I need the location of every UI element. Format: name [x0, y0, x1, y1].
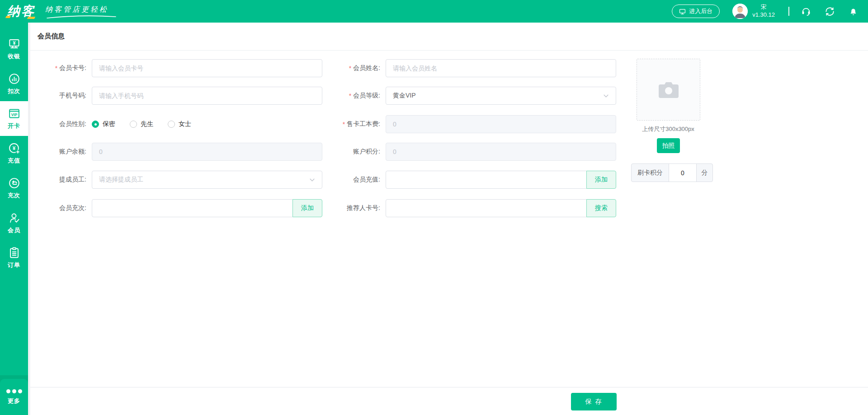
field-label: 会员性别: [39, 120, 92, 128]
swipe-points-widget: 刷卡积分 分 [631, 163, 713, 182]
recharge-count-icon [8, 177, 20, 189]
field-phone: 手机号码: [39, 87, 322, 105]
member-name-input[interactable] [386, 59, 616, 77]
field-label: * 售卡工本费: [324, 120, 386, 128]
avatar[interactable] [732, 4, 748, 19]
take-photo-button[interactable]: 拍照 [657, 138, 680, 153]
card-fee-input[interactable] [386, 115, 616, 133]
field-commission-staff: 提成员工: 请选择提成员工 [39, 171, 322, 189]
swipe-points-label: 刷卡积分 [632, 164, 669, 182]
recharge-count-combo: 添加 [92, 199, 322, 217]
field-label: 账户余额: [39, 148, 92, 156]
field-label: 手机号码: [39, 92, 92, 100]
field-gender: 会员性别: 保密 先生 女士 [39, 115, 206, 133]
sync-icon[interactable] [825, 6, 835, 17]
vip-card-icon: VIP [8, 107, 20, 120]
field-points: 账户积分: [324, 143, 616, 161]
deduct-count-icon [8, 73, 20, 85]
referrer-card-no-input[interactable] [386, 199, 587, 217]
sidebar-item-orders[interactable]: 订单 [0, 240, 28, 275]
required-marker: * [343, 121, 345, 128]
field-label: 账户积分: [324, 148, 386, 156]
sidebar-item-open-card[interactable]: VIP 开卡 [0, 101, 28, 136]
sidebar-item-recharge-count[interactable]: 充次 [0, 171, 28, 205]
main-content: 会员信息 * 会员卡号: * 会员姓名: 手机号码: * 会员等级: 黄金VIP [30, 23, 868, 415]
sidebar-more-button[interactable]: 更多 [0, 379, 28, 415]
field-member-recharge: 会员充值: 添加 [324, 171, 616, 189]
order-icon [8, 247, 20, 259]
svg-text:VIP: VIP [11, 112, 17, 117]
required-marker: * [349, 65, 351, 72]
page-title-bar: 会员信息 [30, 23, 868, 51]
referrer-combo: 搜索 [386, 199, 616, 217]
swipe-points-input[interactable] [669, 164, 697, 182]
sidebar-items: ¥ 收银 扣次 VIP 开卡 ¥ [0, 32, 28, 275]
slogan-text: 纳客管店更轻松 [45, 5, 108, 13]
photo-size-hint: 上传尺寸300x300px [623, 125, 713, 133]
avatar-image [732, 4, 748, 19]
recharge-add-button[interactable]: 添加 [586, 171, 616, 189]
top-header: 纳客 纳客管店更轻松 进入后台 宋 v1.30.12 [0, 0, 868, 23]
field-card-fee: * 售卡工本费: [324, 115, 616, 133]
field-member-name: * 会员姓名: [324, 59, 616, 77]
header-divider [788, 7, 789, 16]
required-marker: * [55, 65, 57, 72]
member-card-no-input[interactable] [92, 59, 322, 77]
points-input[interactable] [386, 143, 616, 161]
logo-text: 纳客 [7, 4, 35, 18]
field-label: 推荐人卡号: [324, 204, 386, 212]
recharge-icon: ¥ [8, 142, 20, 154]
enter-backend-button[interactable]: 进入后台 [672, 5, 720, 18]
slogan-underline [45, 14, 118, 19]
svg-text:¥: ¥ [13, 40, 15, 45]
enter-backend-label: 进入后台 [689, 7, 712, 15]
sidebar-item-label: 收银 [8, 52, 20, 61]
gender-radio-secret[interactable]: 保密 [92, 120, 115, 128]
commission-staff-placeholder: 请选择提成员工 [99, 176, 143, 184]
sidebar-item-cashier[interactable]: ¥ 收银 [0, 32, 28, 66]
member-recharge-count-input[interactable] [92, 199, 293, 217]
member-level-select[interactable]: 黄金VIP [386, 87, 616, 105]
sidebar-more-area: 更多 [0, 375, 28, 415]
sidebar-more-label: 更多 [8, 397, 20, 405]
gender-radio-mr[interactable]: 先生 [130, 120, 153, 128]
field-label: 提成员工: [39, 176, 92, 184]
monitor-icon [679, 8, 686, 15]
member-recharge-input[interactable] [386, 171, 587, 189]
save-button[interactable]: 保 存 [571, 393, 617, 410]
customer-service-icon[interactable] [801, 6, 811, 16]
gender-radio-group: 保密 先生 女士 [92, 120, 206, 128]
sidebar-item-label: 充次 [8, 191, 20, 200]
sidebar-item-member[interactable]: 会员 [0, 205, 28, 240]
referrer-search-button[interactable]: 搜索 [586, 199, 616, 217]
balance-input[interactable] [92, 143, 322, 161]
sidebar-item-deduct-count[interactable]: 扣次 [0, 66, 28, 101]
sidebar-item-label: 会员 [8, 226, 20, 234]
photo-upload-box[interactable] [637, 59, 700, 121]
field-label: * 会员姓名: [324, 64, 386, 72]
cashier-monitor-icon: ¥ [8, 38, 20, 50]
radio-dot [168, 121, 175, 128]
recharge-count-add-button[interactable]: 添加 [292, 199, 322, 217]
page-title: 会员信息 [38, 32, 65, 41]
sidebar-item-label: 充值 [8, 157, 20, 165]
logo-accent [27, 17, 35, 19]
field-member-card-no: * 会员卡号: [39, 59, 322, 77]
sidebar-item-recharge[interactable]: ¥ 充值 [0, 136, 28, 171]
header-actions: 进入后台 宋 v1.30.12 [672, 4, 868, 19]
commission-staff-select[interactable]: 请选择提成员工 [92, 171, 322, 189]
phone-input[interactable] [92, 87, 322, 105]
sidebar-item-label: 开卡 [8, 122, 20, 130]
username: 宋 [752, 4, 775, 11]
swipe-points-unit: 分 [697, 164, 712, 182]
footer-bar: 保 存 [30, 387, 868, 415]
field-label: * 会员等级: [324, 92, 386, 100]
field-balance: 账户余额: [39, 143, 322, 161]
app-logo: 纳客 [7, 5, 35, 18]
user-info: 宋 v1.30.12 [752, 4, 775, 19]
radio-dot [130, 121, 137, 128]
bell-icon[interactable] [849, 7, 858, 16]
camera-icon [658, 81, 679, 99]
gender-radio-ms[interactable]: 女士 [168, 120, 191, 128]
sidebar-nav: ¥ 收银 扣次 VIP 开卡 ¥ [0, 23, 28, 415]
